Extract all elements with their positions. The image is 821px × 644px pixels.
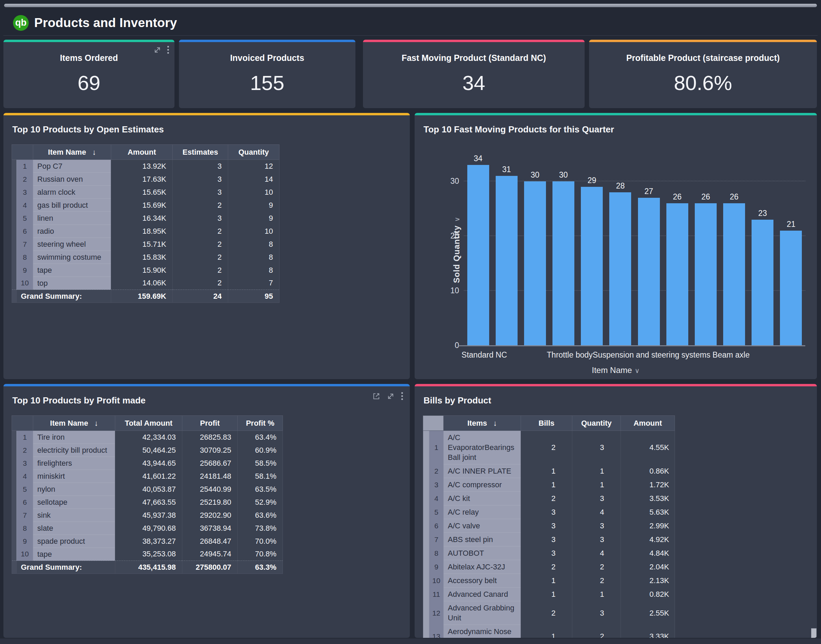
table-row: 6sellotape47,663.5525219.8052.9% [12, 496, 283, 509]
bar-slot: 28 [606, 154, 634, 346]
column-header[interactable]: Profit % [238, 416, 283, 431]
bar[interactable] [780, 231, 802, 346]
horizontal-scrollbar[interactable] [4, 4, 817, 7]
quickbooks-logo-icon: qb [13, 15, 29, 31]
value-cell: 70.0% [238, 535, 283, 548]
row-gutter [423, 546, 429, 560]
menu-kebab-icon[interactable] [167, 45, 170, 54]
column-header[interactable]: Item Name↓ [33, 416, 115, 431]
table-corner [12, 145, 33, 160]
value-cell: 24181.48 [182, 470, 238, 483]
bar-value-label: 31 [502, 165, 511, 174]
chevron-icon[interactable]: ∨ [453, 216, 461, 222]
value-cell: 2 [173, 225, 228, 238]
panel-accent-bar [415, 384, 817, 386]
value-cell: 2 [521, 601, 572, 625]
row-gutter [423, 519, 429, 533]
panel-open-estimates: Top 10 Products by Open Estimates Item N… [3, 113, 410, 379]
row-index: 11 [429, 587, 444, 601]
bar-value-label: 29 [587, 176, 596, 185]
sort-descending-icon[interactable]: ↓ [92, 148, 96, 156]
column-header[interactable]: Amount [621, 416, 675, 431]
table-row: 9tape15.90K28 [12, 264, 279, 277]
bar[interactable] [553, 181, 574, 346]
table-row: 13Aerodynamic Nose Cone123.33K [423, 625, 675, 638]
value-cell: 4.92K [621, 533, 675, 546]
row-gutter [12, 483, 17, 496]
row-index: 5 [17, 212, 33, 225]
table-scrollbar[interactable]: ◂ [811, 628, 816, 638]
item-cell: electricity bill product [33, 444, 115, 457]
row-index: 12 [429, 601, 444, 625]
bar[interactable] [723, 203, 745, 346]
export-icon[interactable] [372, 392, 381, 401]
table-row: 3alarm clock15.65K310 [12, 186, 279, 199]
panel-accent-bar [415, 113, 817, 115]
expand-icon[interactable] [153, 46, 162, 54]
value-cell: 3 [173, 212, 228, 225]
item-cell: Accessory belt [444, 574, 521, 587]
item-cell: swimming costume [33, 251, 111, 264]
row-index: 1 [17, 160, 33, 173]
item-cell: A/C compressor [444, 478, 521, 492]
bar[interactable] [638, 198, 660, 346]
bar[interactable] [666, 203, 688, 346]
item-cell: A/C relay [444, 505, 521, 519]
column-header[interactable]: Amount [111, 145, 173, 160]
bar[interactable] [496, 176, 518, 346]
bar[interactable] [752, 220, 774, 346]
column-header[interactable]: Item Name↓ [33, 145, 111, 160]
value-cell: 1 [521, 587, 572, 601]
column-header[interactable]: Estimates [173, 145, 228, 160]
bar[interactable] [467, 165, 489, 346]
bar-slot: 21 [777, 154, 805, 346]
table-row: 4gas bill product15.69K29 [12, 199, 279, 212]
column-header[interactable]: Profit [182, 416, 238, 431]
column-header[interactable]: Quantity [228, 145, 279, 160]
y-tick-label: 0 [444, 341, 459, 350]
item-cell: Russian oven [33, 173, 111, 186]
column-header[interactable]: Bills [521, 416, 572, 431]
table-row: 12Advanced Grabbing Unit232.55K [423, 601, 675, 625]
table-row: 8AUTOBOT344.84K [423, 546, 675, 560]
bar[interactable] [609, 192, 631, 346]
row-gutter [12, 548, 17, 561]
bar-value-label: 26 [701, 192, 710, 202]
table-row: 4miniskirt41,601.2224181.4858.1% [12, 470, 283, 483]
grand-summary-label: Grand Summary: [17, 561, 115, 574]
value-cell: 2 [173, 238, 228, 251]
y-tick-label: 20 [444, 232, 459, 241]
bar[interactable] [695, 203, 717, 346]
expand-icon[interactable] [386, 392, 395, 401]
bar-slot: 34 [464, 154, 492, 346]
row-index: 8 [17, 251, 33, 264]
card-accent-bar [3, 40, 175, 42]
column-header[interactable]: Total Amount [115, 416, 182, 431]
item-cell: slate [33, 522, 115, 535]
chevron-down-icon[interactable]: ∨ [634, 367, 640, 374]
menu-kebab-icon[interactable] [401, 391, 404, 401]
table-row: 1Pop C713.92K312 [12, 160, 279, 173]
row-gutter [423, 505, 429, 519]
column-header[interactable]: Items↓ [444, 416, 521, 431]
row-index: 2 [17, 173, 33, 186]
value-cell: 12 [228, 160, 279, 173]
bar[interactable] [581, 187, 603, 346]
sort-descending-icon[interactable]: ↓ [94, 419, 98, 428]
row-index: 5 [429, 505, 444, 519]
column-header[interactable]: Quantity [572, 416, 621, 431]
value-cell: 25219.80 [182, 496, 238, 509]
card-accent-bar [589, 40, 817, 42]
item-cell: Advanced Canard [444, 587, 521, 601]
x-axis-title: Item Name∨ [415, 365, 817, 375]
bar[interactable] [524, 181, 546, 346]
panel-profit: Top 10 Products by Profit made Item Name… [3, 384, 410, 638]
row-index: 8 [429, 546, 444, 560]
item-cell: Aerodynamic Nose Cone [444, 625, 521, 638]
row-gutter [12, 470, 17, 483]
sort-descending-icon[interactable]: ↓ [493, 419, 497, 428]
value-cell: 3 [572, 601, 621, 625]
bar-slot: 26 [663, 154, 691, 346]
value-cell: 8 [228, 251, 279, 264]
value-cell: 1 [521, 625, 572, 638]
